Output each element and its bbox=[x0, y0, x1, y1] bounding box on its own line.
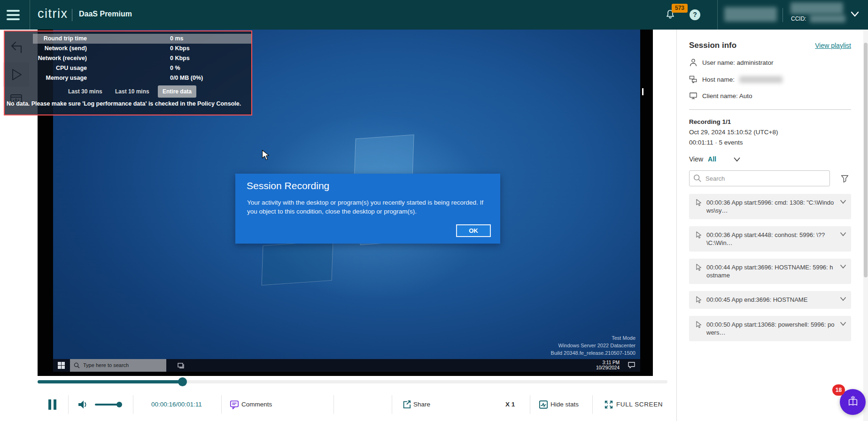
test-mode-watermark: Test Mode Windows Server 2022 Datacenter… bbox=[551, 334, 636, 357]
header-divider bbox=[30, 0, 30, 30]
controls-divider bbox=[333, 395, 334, 414]
windows-logo-pane bbox=[262, 241, 333, 286]
fullscreen-icon[interactable] bbox=[604, 400, 613, 411]
stat-label: Network (receive) bbox=[5, 54, 87, 63]
volume-slider[interactable] bbox=[95, 404, 119, 406]
session-recording-player-app: citrix DaaS Premium 573 ? CCID: bbox=[0, 0, 868, 421]
chevron-down-icon[interactable] bbox=[733, 157, 741, 162]
user-name-row: User name: administrator bbox=[689, 58, 851, 67]
controls-divider bbox=[133, 395, 133, 414]
pointer-event-icon bbox=[695, 321, 702, 329]
view-playlist-link[interactable]: View playlist bbox=[815, 42, 851, 49]
fullscreen-button[interactable]: FULL SCREEN bbox=[616, 388, 663, 421]
event-list-item[interactable]: 00:00:44 App start:3696: HOSTNAME: 5996:… bbox=[689, 259, 851, 284]
redacted-host-name bbox=[739, 76, 783, 83]
host-name-row: Host name: bbox=[689, 75, 851, 84]
controls-divider bbox=[221, 395, 222, 414]
redacted-ccid-value bbox=[810, 15, 845, 23]
controls-divider bbox=[592, 395, 593, 414]
share-icon[interactable] bbox=[402, 400, 411, 411]
taskbar-clock[interactable]: 3:11 PM 10/29/2024 bbox=[596, 360, 620, 370]
stat-value: 0/0 MB (0%) bbox=[170, 73, 203, 83]
no-data-message: No data. Please make sure 'Log performan… bbox=[7, 100, 251, 107]
pointer-event-icon bbox=[695, 199, 702, 207]
hide-stats-button[interactable]: Hide stats bbox=[550, 388, 579, 421]
player-controls-bar: 00:00:16/00:01:11 Comments Share X 1 Hid… bbox=[0, 388, 676, 421]
hide-stats-icon[interactable] bbox=[539, 400, 548, 411]
playback-speed-button[interactable]: X 1 bbox=[505, 388, 515, 421]
page-scrollbar[interactable] bbox=[863, 30, 868, 421]
ok-button[interactable]: OK bbox=[456, 224, 491, 237]
range-last-10-mins-button[interactable]: Last 10 mins bbox=[115, 87, 149, 96]
stat-value: 0 Kbps bbox=[170, 54, 190, 63]
volume-slider-thumb[interactable] bbox=[116, 402, 122, 407]
taskbar-search-placeholder: Type here to search bbox=[83, 362, 129, 368]
volume-icon[interactable] bbox=[77, 399, 89, 412]
range-entire-data-button[interactable]: Entire data bbox=[158, 85, 196, 98]
redacted-account-name bbox=[724, 7, 777, 22]
client-name-row: Client name: Auto bbox=[689, 92, 851, 100]
help-button[interactable]: ? bbox=[690, 9, 700, 20]
comments-icon[interactable] bbox=[230, 400, 239, 412]
top-header: citrix DaaS Premium 573 ? CCID: bbox=[0, 0, 868, 30]
citrix-logo: citrix bbox=[38, 7, 68, 21]
chevron-down-icon[interactable] bbox=[840, 232, 846, 237]
range-last-30-mins-button[interactable]: Last 30 mins bbox=[68, 87, 102, 96]
share-button[interactable]: Share bbox=[413, 388, 430, 421]
panel-title: Session info bbox=[689, 41, 736, 50]
hamburger-menu-icon[interactable] bbox=[7, 10, 21, 20]
recorded-text-cursor bbox=[642, 88, 643, 95]
action-center-icon[interactable] bbox=[628, 361, 636, 371]
start-button[interactable] bbox=[58, 362, 65, 369]
filter-funnel-icon[interactable] bbox=[840, 174, 849, 183]
chevron-down-icon[interactable] bbox=[840, 264, 846, 269]
stat-label: CPU usage bbox=[5, 63, 87, 73]
guide-notification-badge: 18 bbox=[832, 384, 845, 396]
comments-button[interactable]: Comments bbox=[241, 388, 272, 421]
product-title: DaaS Premium bbox=[79, 10, 132, 18]
event-search-input[interactable] bbox=[689, 170, 830, 186]
event-list-item[interactable]: 00:00:36 App start:4448: conhost: 5996: … bbox=[689, 226, 851, 252]
event-list-item[interactable]: 00:00:50 App start:13068: powershell: 59… bbox=[689, 316, 851, 341]
chevron-down-icon[interactable] bbox=[840, 321, 846, 326]
controls-divider bbox=[392, 395, 392, 414]
view-label: View bbox=[689, 155, 703, 163]
controls-divider bbox=[530, 395, 530, 414]
progress-thumb[interactable] bbox=[178, 377, 187, 386]
search-icon bbox=[74, 362, 80, 368]
user-icon bbox=[689, 58, 698, 67]
scrollbar-thumb[interactable] bbox=[864, 43, 868, 277]
brand-separator bbox=[72, 9, 72, 21]
recording-timestamp: Oct 29, 2024 15:10:52 (UTC+8) bbox=[689, 129, 851, 136]
chevron-down-icon[interactable] bbox=[840, 199, 846, 204]
stat-value: 0 % bbox=[170, 63, 180, 73]
task-view-icon[interactable] bbox=[178, 362, 185, 371]
event-text: 00:00:36 App start:4448: conhost: 5996: … bbox=[706, 231, 836, 247]
account-chevron-down-icon[interactable] bbox=[850, 11, 860, 19]
performance-stats-overlay: Round trip time 0 ms Network (send) 0 Kb… bbox=[4, 31, 252, 115]
progress-track[interactable] bbox=[38, 380, 667, 383]
controls-divider bbox=[68, 395, 69, 414]
book-lightbulb-icon bbox=[846, 395, 860, 409]
event-search-row bbox=[689, 170, 851, 186]
stat-label: Memory usage bbox=[5, 73, 87, 83]
header-divider bbox=[717, 0, 718, 30]
client-name-text: Client name: Auto bbox=[702, 92, 752, 100]
taskbar-search-box[interactable]: Type here to search bbox=[70, 359, 166, 372]
session-recording-dialog: Session Recording Your activity with the… bbox=[235, 174, 500, 244]
ccid-label: CCID: bbox=[791, 15, 806, 22]
chevron-down-icon[interactable] bbox=[840, 297, 846, 301]
pointer-event-icon bbox=[695, 263, 702, 272]
redacted-org-name bbox=[790, 2, 843, 14]
event-list-item[interactable]: 00:00:36 App start:5996: cmd: 1308: "C:\… bbox=[689, 194, 851, 219]
header-divider bbox=[783, 8, 783, 22]
stat-label: Round trip time bbox=[5, 34, 87, 44]
session-info-panel: Session info View playlist User name: ad… bbox=[676, 30, 868, 421]
event-list-item[interactable]: 00:00:45 App end:3696: HOSTNAME bbox=[689, 291, 851, 309]
view-filter-dropdown[interactable]: All bbox=[708, 155, 716, 163]
event-list: 00:00:36 App start:5996: cmd: 1308: "C:\… bbox=[689, 194, 851, 341]
dialog-body-text: Your activity with the desktop or progra… bbox=[247, 198, 488, 216]
pause-button[interactable] bbox=[48, 399, 57, 410]
playback-time-display: 00:00:16/00:01:11 bbox=[151, 388, 202, 421]
recorded-mouse-cursor bbox=[262, 150, 270, 163]
